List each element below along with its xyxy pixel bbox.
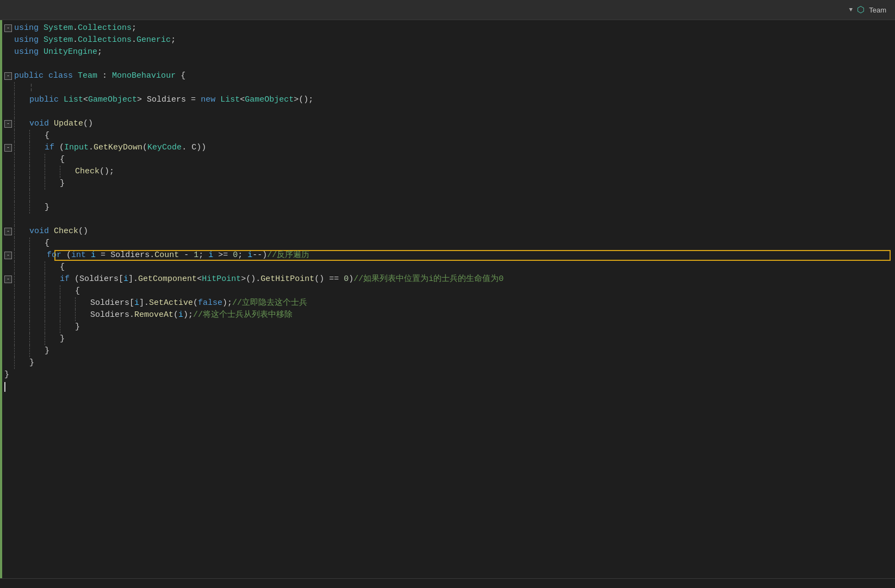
code-line-21: { [2,261,895,273]
code-line-9: - void Update() [2,118,895,130]
line-5-text: public class Team : MonoBehaviour { [14,70,185,82]
code-line-4 [2,58,895,70]
code-line-5: - public class Team : MonoBehaviour { [2,70,895,82]
code-body[interactable]: - using System.Collections; using System… [2,20,895,578]
code-line-18: - void Check() [2,226,895,237]
line-3-text: using UnityEngine; [14,46,102,58]
code-line-cursor [2,381,895,393]
line-20-text: for (int i = Soldiers.Count - 1; i >= 0;… [47,249,309,261]
code-line-8 [2,106,895,118]
code-line-17 [2,214,895,226]
team-icon: ⬡ [857,4,865,15]
code-line-19: { [2,237,895,249]
code-line-27: } [2,333,895,345]
dropdown-arrow[interactable]: ▼ [849,7,853,13]
code-line-13: Check(); [2,166,895,178]
code-line-12: { [2,154,895,166]
collapse-btn-9[interactable]: - [4,120,12,128]
collapse-btn-5[interactable]: - [4,72,12,80]
code-line-6: ¦ [2,82,895,94]
collapse-btn-22[interactable]: - [4,276,12,283]
code-line-2: using System.Collections.Generic; [2,34,895,46]
code-editor: - using System.Collections; using System… [0,20,895,578]
line-22-text: if (Soldiers[i].GetComponent<HitPoint>()… [60,273,504,285]
status-bar [0,578,895,588]
cursor [4,382,5,392]
line-7-text: public List<GameObject> Soldiers = new L… [29,94,313,106]
title-bar: ▼ ⬡ Team [0,0,895,20]
code-line-10: { [2,130,895,142]
code-line-30: } [2,369,895,381]
code-line-25: Soldiers.RemoveAt(i);//将这个士兵从列表中移除 [2,309,895,321]
code-line-1: - using System.Collections; [2,22,895,34]
code-line-11: - if (Input.GetKeyDown(KeyCode. C)) [2,142,895,154]
line-25-text: Soldiers.RemoveAt(i);//将这个士兵从列表中移除 [90,309,293,321]
code-line-22: - if (Soldiers[i].GetComponent<HitPoint>… [2,273,895,285]
code-line-26: } [2,321,895,333]
line-11-text: if (Input.GetKeyDown(KeyCode. C)) [45,142,206,154]
line-24-text: Soldiers[i].SetActive(false);//立即隐去这个士兵 [90,297,307,309]
collapse-btn-11[interactable]: - [4,144,12,152]
code-line-3: using UnityEngine; [2,46,895,58]
line-2-text: using System.Collections.Generic; [14,34,176,46]
line-9-text: void Update() [29,118,93,130]
file-title: Team [869,6,886,14]
line-1-text: using System.Collections; [14,22,136,34]
line-13-text: Check(); [75,166,114,178]
code-line-14: } [2,178,895,190]
code-line-29: } [2,357,895,369]
code-line-20: - for (int i = Soldiers.Count - 1; i >= … [2,249,895,261]
code-line-7: public List<GameObject> Soldiers = new L… [2,94,895,106]
code-line-23: { [2,285,895,297]
line-18-text: void Check() [29,226,88,237]
collapse-btn-20[interactable]: - [4,252,12,259]
code-line-24: Soldiers[i].SetActive(false);//立即隐去这个士兵 [2,297,895,309]
collapse-btn-18[interactable]: - [4,228,12,235]
code-line-16: } [2,202,895,214]
app-window: ▼ ⬡ Team - using System.Collections; usi… [0,0,895,588]
collapse-btn-1[interactable]: - [4,24,12,32]
code-line-15 [2,190,895,202]
code-line-28: } [2,345,895,357]
title-bar-content: ▼ ⬡ Team [849,4,886,15]
